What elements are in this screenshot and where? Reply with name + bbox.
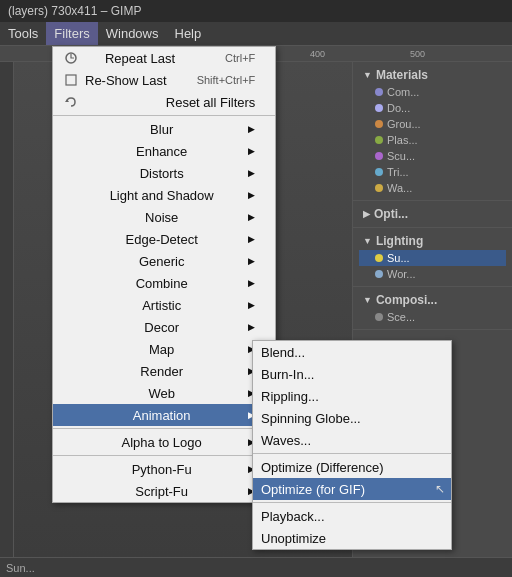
material-label-6: Wa... (387, 182, 412, 194)
material-item-4[interactable]: Scu... (359, 148, 506, 164)
burn-in-label: Burn-In... (261, 367, 314, 382)
material-dot-2 (375, 120, 383, 128)
material-item-6[interactable]: Wa... (359, 180, 506, 196)
menu-render[interactable]: Render ▶ (53, 360, 275, 382)
anim-playback[interactable]: Playback... (253, 505, 451, 527)
material-label-4: Scu... (387, 150, 415, 162)
compositing-section: ▼ Composi... Sce... (353, 287, 512, 330)
lighting-label-1: Wor... (387, 268, 416, 280)
enhance-arrow: ▶ (248, 146, 255, 156)
menu-animation[interactable]: Animation ▶ (53, 404, 275, 426)
title-bar: (layers) 730x411 – GIMP (0, 0, 512, 22)
menu-generic[interactable]: Generic ▶ (53, 250, 275, 272)
separator-1 (53, 115, 275, 116)
compositing-title[interactable]: ▼ Composi... (359, 291, 506, 309)
compositing-label: Composi... (376, 293, 437, 307)
anim-burn-in[interactable]: Burn-In... (253, 363, 451, 385)
playback-label: Playback... (261, 509, 325, 524)
separator-2 (53, 428, 275, 429)
menu-blur[interactable]: Blur ▶ (53, 118, 275, 140)
reset-all-label: Reset all Filters (166, 95, 256, 110)
materials-title[interactable]: ▼ Materials (359, 66, 506, 84)
material-item-0[interactable]: Com... (359, 84, 506, 100)
opti-section: ▶ Opti... (353, 201, 512, 228)
reset-all-icon (61, 95, 81, 109)
blur-arrow: ▶ (248, 124, 255, 134)
menu-distorts[interactable]: Distorts ▶ (53, 162, 275, 184)
menu-enhance[interactable]: Enhance ▶ (53, 140, 275, 162)
lighting-title[interactable]: ▼ Lighting (359, 232, 506, 250)
compositing-item-0[interactable]: Sce... (359, 309, 506, 325)
menu-reshow-last[interactable]: Re-Show Last Shift+Ctrl+F (53, 69, 275, 91)
anim-separator-1 (253, 453, 451, 454)
reshow-last-icon (61, 73, 81, 87)
menu-windows[interactable]: Windows (98, 22, 167, 45)
menu-decor[interactable]: Decor ▶ (53, 316, 275, 338)
menu-web[interactable]: Web ▶ (53, 382, 275, 404)
menu-python-fu[interactable]: Python-Fu ▶ (53, 458, 275, 480)
opti-arrow: ▶ (363, 209, 370, 219)
opti-title[interactable]: ▶ Opti... (359, 205, 506, 223)
material-item-1[interactable]: Do... (359, 100, 506, 116)
material-item-2[interactable]: Grou... (359, 116, 506, 132)
alpha-to-logo-label: Alpha to Logo (122, 435, 202, 450)
unoptimize-label: Unoptimize (261, 531, 326, 546)
material-label-5: Tri... (387, 166, 409, 178)
anim-optimize-gif[interactable]: Optimize (for GIF) ↖ (253, 478, 451, 500)
material-dot-5 (375, 168, 383, 176)
menu-reset-all[interactable]: Reset all Filters (53, 91, 275, 113)
lighting-item-1[interactable]: Wor... (359, 266, 506, 282)
edge-detect-arrow: ▶ (248, 234, 255, 244)
menu-alpha-to-logo[interactable]: Alpha to Logo ▶ (53, 431, 275, 453)
artistic-label: Artistic (142, 298, 181, 313)
generic-label: Generic (139, 254, 185, 269)
menu-tools[interactable]: Tools (0, 22, 46, 45)
lighting-item-0[interactable]: Su... (359, 250, 506, 266)
anim-rippling[interactable]: Rippling... (253, 385, 451, 407)
menu-light-shadow[interactable]: Light and Shadow ▶ (53, 184, 275, 206)
generic-arrow: ▶ (248, 256, 255, 266)
material-dot-6 (375, 184, 383, 192)
menu-bar: Tools Filters Windows Help (0, 22, 512, 46)
menu-script-fu[interactable]: Script-Fu ▶ (53, 480, 275, 502)
repeat-last-icon (61, 51, 81, 65)
anim-unoptimize[interactable]: Unoptimize (253, 527, 451, 549)
lighting-section: ▼ Lighting Su... Wor... (353, 228, 512, 287)
material-item-5[interactable]: Tri... (359, 164, 506, 180)
opti-label: Opti... (374, 207, 408, 221)
menu-filters[interactable]: Filters (46, 22, 97, 45)
cursor-icon: ↖ (435, 482, 445, 496)
decor-arrow: ▶ (248, 322, 255, 332)
menu-combine[interactable]: Combine ▶ (53, 272, 275, 294)
rippling-label: Rippling... (261, 389, 319, 404)
material-dot-3 (375, 136, 383, 144)
optimize-gif-label: Optimize (for GIF) (261, 482, 365, 497)
status-bar: Sun... (0, 557, 512, 577)
separator-3 (53, 455, 275, 456)
material-label-3: Plas... (387, 134, 418, 146)
material-item-3[interactable]: Plas... (359, 132, 506, 148)
anim-waves[interactable]: Waves... (253, 429, 451, 451)
menu-noise[interactable]: Noise ▶ (53, 206, 275, 228)
anim-blend[interactable]: Blend... (253, 341, 451, 363)
artistic-arrow: ▶ (248, 300, 255, 310)
compositing-dot-0 (375, 313, 383, 321)
compositing-arrow: ▼ (363, 295, 372, 305)
material-label-0: Com... (387, 86, 419, 98)
menu-help[interactable]: Help (167, 22, 210, 45)
materials-arrow: ▼ (363, 70, 372, 80)
optimize-diff-label: Optimize (Difference) (261, 460, 384, 475)
materials-label: Materials (376, 68, 428, 82)
menu-repeat-last[interactable]: Repeat Last Ctrl+F (53, 47, 275, 69)
ruler-tick-500: 500 (410, 49, 425, 59)
title-text: (layers) 730x411 – GIMP (8, 4, 141, 18)
anim-optimize-diff[interactable]: Optimize (Difference) (253, 456, 451, 478)
menu-edge-detect[interactable]: Edge-Detect ▶ (53, 228, 275, 250)
menu-artistic[interactable]: Artistic ▶ (53, 294, 275, 316)
anim-spinning-globe[interactable]: Spinning Globe... (253, 407, 451, 429)
light-shadow-arrow: ▶ (248, 190, 255, 200)
status-text: Sun... (6, 562, 35, 574)
edge-detect-label: Edge-Detect (126, 232, 198, 247)
combine-arrow: ▶ (248, 278, 255, 288)
menu-map[interactable]: Map ▶ (53, 338, 275, 360)
